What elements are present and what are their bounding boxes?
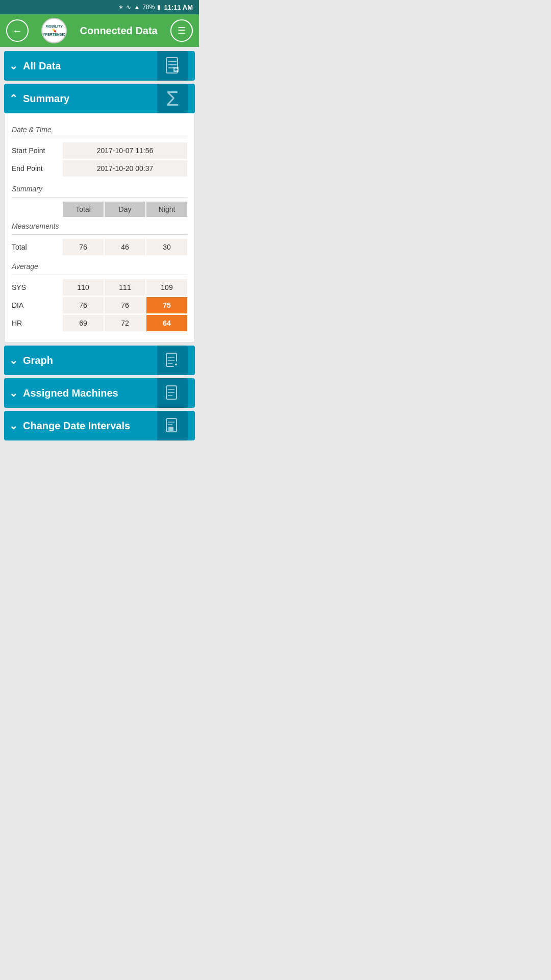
start-point-label: Start Point	[12, 146, 63, 155]
sys-day-cell: 111	[105, 279, 145, 296]
change-date-intervals-header[interactable]: ⌄ Change Date Intervals	[4, 411, 195, 440]
summary-title: Summary	[23, 93, 69, 105]
summary-sub-label: Summary	[12, 185, 187, 193]
divider-1	[12, 138, 187, 138]
all-data-chevron-down-icon: ⌄	[9, 60, 18, 72]
page-title: Connected Data	[80, 25, 158, 37]
divider-4	[12, 275, 187, 275]
col-day-header: Day	[105, 202, 145, 217]
app-bar: ← MOBILITY💊HYPERTENSION Connected Data ☰	[0, 14, 199, 47]
battery-text: 78%	[142, 4, 155, 11]
hamburger-icon: ☰	[178, 25, 186, 36]
sigma-icon: Σ	[166, 87, 179, 110]
summary-body: Date & Time Start Point 2017-10-07 11:56…	[4, 113, 195, 342]
sys-row: SYS 110 111 109	[12, 279, 187, 296]
assigned-machines-header[interactable]: ⌄ Assigned Machines	[4, 378, 195, 408]
dia-label: DIA	[12, 301, 63, 309]
hr-night-cell: 64	[146, 315, 187, 331]
wifi-icon: ∿	[126, 4, 131, 11]
logo: MOBILITY💊HYPERTENSION	[41, 18, 67, 43]
average-label: Average	[12, 262, 187, 271]
all-data-header[interactable]: ⌄ All Data	[4, 51, 195, 81]
change-date-intervals-icon	[157, 411, 188, 440]
measurements-label: Measurements	[12, 222, 187, 230]
signal-icon: ▲	[134, 4, 140, 11]
all-data-title: All Data	[23, 60, 61, 72]
total-night-cell: 30	[146, 239, 187, 255]
status-icons: ∗ ∿ ▲ 78% ▮	[118, 4, 161, 11]
svg-rect-19	[168, 427, 173, 431]
end-point-row: End Point 2017-10-20 00:37	[12, 160, 187, 177]
start-point-row: Start Point 2017-10-07 11:56	[12, 142, 187, 159]
dia-row: DIA 76 76 75	[12, 297, 187, 313]
divider-2	[12, 197, 187, 198]
col-night-header: Night	[146, 202, 187, 217]
total-total-cell: 76	[63, 239, 104, 255]
assigned-machines-title: Assigned Machines	[23, 387, 118, 399]
dia-night-cell: 75	[146, 297, 187, 313]
summary-header[interactable]: ⌃ Summary Σ	[4, 84, 195, 113]
start-point-value: 2017-10-07 11:56	[63, 142, 187, 159]
graph-section: ⌄ Graph	[4, 346, 195, 375]
all-data-section: ⌄ All Data	[4, 51, 195, 81]
sys-total-cell: 110	[63, 279, 104, 296]
status-time: 11:11 AM	[164, 4, 193, 11]
assigned-machines-chevron-down-icon: ⌄	[9, 387, 18, 399]
table-header-row: Total Day Night	[63, 202, 187, 217]
divider-3	[12, 234, 187, 235]
status-bar: ∗ ∿ ▲ 78% ▮ 11:11 AM	[0, 0, 199, 14]
summary-icon: Σ	[157, 84, 188, 113]
summary-section: ⌃ Summary Σ Date & Time Start Point 2017…	[4, 84, 195, 342]
sys-night-cell: 109	[146, 279, 187, 296]
total-measurements-row: Total 76 46 30	[12, 239, 187, 255]
back-icon: ←	[12, 25, 22, 37]
assigned-machines-section: ⌄ Assigned Machines	[4, 378, 195, 408]
back-button[interactable]: ←	[6, 19, 29, 42]
hr-label: HR	[12, 319, 63, 327]
battery-icon: ▮	[157, 4, 161, 11]
dia-day-cell: 76	[105, 297, 145, 313]
dia-total-cell: 76	[63, 297, 104, 313]
end-point-label: End Point	[12, 164, 63, 173]
sys-label: SYS	[12, 283, 63, 291]
date-time-label: Date & Time	[12, 126, 187, 134]
change-date-intervals-section: ⌄ Change Date Intervals	[4, 411, 195, 440]
all-data-icon	[157, 51, 188, 81]
hr-day-cell: 72	[105, 315, 145, 331]
content-area: ⌄ All Data ⌃	[0, 47, 199, 445]
menu-button[interactable]: ☰	[170, 19, 193, 42]
col-total-header: Total	[63, 202, 104, 217]
total-label: Total	[12, 243, 63, 251]
graph-chevron-down-icon: ⌄	[9, 354, 18, 366]
graph-icon	[157, 346, 188, 375]
graph-header[interactable]: ⌄ Graph	[4, 346, 195, 375]
summary-chevron-up-icon: ⌃	[9, 92, 18, 105]
bluetooth-icon: ∗	[118, 4, 123, 11]
end-point-value: 2017-10-20 00:37	[63, 160, 187, 177]
change-date-intervals-chevron-down-icon: ⌄	[9, 420, 18, 432]
hr-row: HR 69 72 64	[12, 315, 187, 331]
graph-title: Graph	[23, 355, 53, 366]
assigned-machines-icon	[157, 378, 188, 408]
hr-total-cell: 69	[63, 315, 104, 331]
total-day-cell: 46	[105, 239, 145, 255]
change-date-intervals-title: Change Date Intervals	[23, 420, 130, 432]
